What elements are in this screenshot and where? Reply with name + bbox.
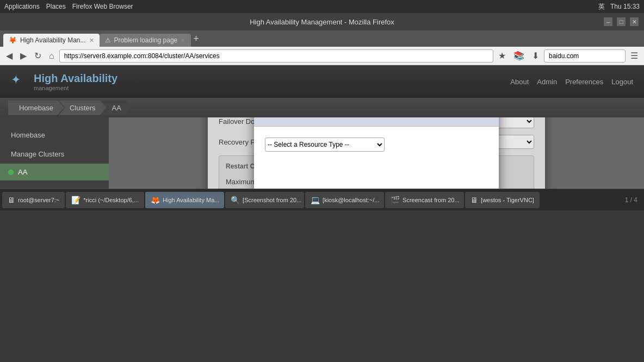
tab-bar: 🦊 High Availability Man... ✕ ⚠ Problem l… [0,30,644,47]
tab-label-2: Problem loading page [114,36,178,44]
browser-title-bar: High Availability Management - Mozilla F… [0,13,644,30]
back-button[interactable]: ◀ [3,49,15,62]
cluster-status-dot [8,170,14,175]
page-indicator: 1 / 4 [621,196,642,204]
bookmark-manage[interactable]: 📚 [511,49,527,62]
maximize-button[interactable]: □ [617,17,626,26]
browser-title: High Availability Management - Mozilla F… [250,18,394,26]
app-title: High Availability [34,72,117,85]
taskbar: 🖥 root@server7:~ 📝 *ricci (~/Desktop/6,.… [0,189,644,210]
forward-button[interactable]: ▶ [17,49,29,62]
refresh-button[interactable]: ↻ [32,49,44,62]
editor-icon: 📝 [71,196,81,204]
browser-menu[interactable]: Firefox Web Browser [72,3,133,10]
taskbar-screenshot-label: [Screenshot from 20... [243,197,301,203]
taskbar-terminal-label: root@server7:~ [18,197,59,203]
tab-favicon-1: 🦊 [9,36,17,44]
nav-bar: ◀ ▶ ↻ ⌂ ★ 📚 ⬇ ☰ [0,47,644,65]
taskbar-screencast[interactable]: 🎬 Screencast from 20... [385,192,464,208]
search-bar[interactable] [544,49,626,63]
preferences-link[interactable]: Preferences [565,78,603,86]
app-subtitle: management [34,85,117,91]
menu-button[interactable]: ☰ [628,49,641,62]
main-layout: Homebase Manage Clusters AA Add Service … [0,117,644,189]
taskbar-ricci[interactable]: 📝 *ricci (~/Desktop/6,... [66,192,144,208]
bookmark-star[interactable]: ★ [496,49,509,62]
terminal-icon: 🖥 [8,196,15,204]
tab-problem-loading[interactable]: ⚠ Problem loading page ✕ [100,34,191,47]
system-bar-left: Applications Places Firefox Web Browser [4,3,133,10]
places-menu[interactable]: Places [46,3,66,10]
taskbar-kiosk-label: [kiosk@localhost:~/... [323,197,379,203]
app-header: ✦ High Availability management About Adm… [0,65,644,98]
vnc-icon: 🖥 [470,196,478,204]
resource-dialog-title: Add Resource to Service [254,117,499,127]
resource-type-select[interactable]: -- Select a Resource Type --ApacheFile S… [265,138,385,152]
taskbar-tigervnc[interactable]: 🖥 [westos - TigerVNC] [465,192,540,208]
taskbar-firefox-label: High Availability Ma... [163,197,219,203]
url-bar[interactable] [59,49,493,63]
tab-close-2[interactable]: ✕ [181,37,185,44]
breadcrumb-homebase[interactable]: Homebase [8,101,64,115]
sidebar: Homebase Manage Clusters AA [0,117,109,189]
taskbar-kiosk[interactable]: 💻 [kiosk@localhost:~/... [305,192,384,208]
clock: Thu 15:33 [610,3,640,10]
taskbar-tigervnc-label: [westos - TigerVNC] [481,197,534,203]
resource-dialog-body: -- Select a Resource Type --ApacheFile S… [254,127,499,189]
screenshot-icon: 🔍 [231,196,240,204]
cluster-label: AA [18,168,27,176]
system-bar-right: 英 Thu 15:33 [598,2,640,11]
taskbar-terminal[interactable]: 🖥 root@server7:~ [2,192,65,208]
sidebar-homebase[interactable]: Homebase [0,126,109,145]
content-area: Add Service Group to Cluster Service Nam… [109,117,644,189]
taskbar-ricci-label: *ricci (~/Desktop/6,... [83,197,139,203]
sidebar-cluster-aa[interactable]: AA [0,164,109,180]
logo-icon: ✦ [11,73,28,90]
tab-label-1: High Availability Man... [20,36,86,44]
window-controls: – □ ✕ [604,17,639,26]
taskbar-screencast-label: Screencast from 20... [403,197,460,203]
sidebar-manage-clusters[interactable]: Manage Clusters [0,145,109,164]
page-content: ✦ High Availability management About Adm… [0,65,644,189]
tab-high-availability[interactable]: 🦊 High Availability Man... ✕ [3,34,100,47]
new-tab-button[interactable]: + [193,33,199,45]
header-nav: About Admin Preferences Logout [510,78,633,86]
app-logo: ✦ High Availability management [11,72,117,91]
minimize-button[interactable]: – [604,17,612,26]
locale-indicator: 英 [598,2,605,11]
firefox-icon: 🦊 [151,196,160,204]
download-button[interactable]: ⬇ [529,49,542,62]
tab-favicon-2: ⚠ [105,36,111,44]
close-button[interactable]: ✕ [630,17,639,26]
screencast-icon: 🎬 [391,196,400,204]
resource-dialog: Add Resource to Service -- Select a Reso… [254,117,499,189]
taskbar-screenshot[interactable]: 🔍 [Screenshot from 20... [225,192,304,208]
logout-link[interactable]: Logout [611,78,633,86]
home-button[interactable]: ⌂ [46,50,57,62]
admin-link[interactable]: Admin [537,78,557,86]
system-bar: Applications Places Firefox Web Browser … [0,0,644,13]
kiosk-icon: 💻 [311,196,320,204]
taskbar-firefox[interactable]: 🦊 High Availability Ma... [145,192,224,208]
app-title-block: High Availability management [34,72,117,91]
about-link[interactable]: About [510,78,529,86]
breadcrumb-bar: Homebase Clusters AA [0,98,644,117]
tab-close-1[interactable]: ✕ [89,37,94,44]
breadcrumb-clusters[interactable]: Clusters [59,101,107,115]
applications-menu[interactable]: Applications [4,3,40,10]
